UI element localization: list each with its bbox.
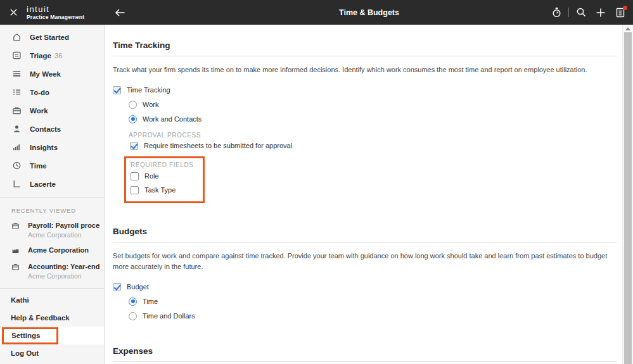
radio-label: Time and Dollars [143,312,195,320]
scrollbar-thumb[interactable] [624,32,632,364]
back-arrow-icon[interactable] [110,0,129,25]
sidebar-item-label: Time [30,162,47,170]
sidebar-item-label: My Week [30,70,61,78]
vertical-scrollbar[interactable] [622,25,633,364]
time-and-dollars-radio[interactable] [129,312,137,320]
sidebar-item-label: Lacerte [30,180,56,188]
work-radio[interactable] [129,101,137,109]
checkbox-label: Time Tracking [127,86,170,94]
recent-item-payroll[interactable]: Payroll: Payroll processin... Acme Corpo… [0,214,104,239]
notifications-notepad-icon[interactable] [613,0,628,25]
notification-badge [623,6,627,10]
my-week-lines-icon [11,69,22,79]
user-name-label: Kathi [11,296,29,304]
sidebar-item-label: Insights [30,144,58,151]
timer-icon[interactable] [549,0,564,25]
work-radio-row: Work [129,101,617,109]
header-divider [568,8,569,17]
settings-content: Time Tracking Track what your firm spend… [105,25,622,364]
recent-item-title: Acme Corporation [28,246,89,254]
sidebar-item-log-out[interactable]: Log Out [0,344,104,362]
section-description: Set budgets for work and compare against… [113,251,617,273]
checkbox-label: Require timesheets to be submitted for a… [144,142,292,149]
sidebar-item-user-kathi[interactable]: Kathi [0,291,104,309]
sidebar-item-label: To-do [30,89,49,96]
bar-chart-icon [11,142,22,153]
section-heading: Time Tracking [113,41,617,50]
header-actions [549,0,628,25]
sidebar-item-settings[interactable]: Settings [0,327,104,344]
radio-label: Work [143,101,158,108]
budget-checkbox[interactable] [113,283,121,291]
recent-item-subtitle: Acme Corporation [28,272,100,280]
lacerte-l-icon [11,179,22,189]
work-and-contacts-radio[interactable] [129,115,137,123]
scroll-up-triangle-icon [625,27,630,30]
sidebar-item-contacts[interactable]: Contacts [0,120,104,138]
time-tracking-checkbox[interactable] [113,86,121,94]
sidebar-footer: Kathi Help & Feedback Settings Log Out [0,291,104,362]
sidebar-nav: Get Started Triage 36 My Week To-do [0,25,104,193]
recent-item-subtitle: Acme Corporation [28,231,100,239]
sidebar-item-get-started[interactable]: Get Started [0,28,104,46]
intuit-logo: intuit Practice Management [27,5,84,20]
person-icon [11,124,22,134]
home-icon [11,32,22,42]
checkbox-label: Budget [127,283,149,291]
clock-icon [11,161,22,171]
radio-label: Time [143,298,158,305]
triage-note-icon [11,51,22,61]
task-type-checkbox-row: Task Type [131,186,194,194]
sidebar-item-label: Contacts [30,125,61,133]
role-checkbox[interactable] [131,172,139,180]
recently-viewed-heading: RECENTLY VIEWED [0,198,104,214]
sidebar-item-to-do[interactable]: To-do [0,83,104,101]
app-window: intuit Practice Management Time & Budget… [0,0,633,364]
recent-item-title: Payroll: Payroll processin... [28,222,100,229]
recent-item-acme[interactable]: Acme Corporation [0,239,104,255]
require-timesheets-checkbox[interactable] [130,142,138,150]
recent-item-title: Accounting: Year-end rev... [28,263,100,270]
sidebar-item-lacerte[interactable]: Lacerte [0,175,104,193]
search-icon[interactable] [573,0,589,25]
briefcase-icon [11,106,22,116]
recent-item-accounting[interactable]: Accounting: Year-end rev... Acme Corpora… [0,255,104,280]
sidebar-item-my-week[interactable]: My Week [0,65,104,83]
briefcase-icon [11,222,20,230]
sidebar-item-work[interactable]: Work [0,101,104,120]
brand-product-text: Practice Management [27,15,84,20]
checkbox-label: Task Type [144,186,176,194]
task-type-checkbox[interactable] [131,186,139,194]
section-expenses: Expenses Track expenses and other disbur… [113,346,617,364]
section-rule [113,242,617,242]
settings-highlight-box: Settings [2,327,58,344]
briefcase-icon [11,263,20,272]
sidebar-divider [0,288,104,289]
sidebar-item-insights[interactable]: Insights [0,138,104,156]
sidebar-item-label: Work [30,107,48,115]
section-rule [113,56,617,56]
sidebar: Get Started Triage 36 My Week To-do [0,25,105,364]
log-out-label: Log Out [11,349,39,357]
sidebar-item-time[interactable]: Time [0,156,104,175]
scroll-up-arrow[interactable] [623,25,633,32]
time-and-dollars-radio-row: Time and Dollars [129,312,617,320]
require-timesheets-checkbox-row: Require timesheets to be submitted for a… [130,142,617,150]
section-budgets: Budgets Set budgets for work and compare… [113,227,617,320]
sidebar-item-triage[interactable]: Triage 36 [0,46,104,65]
close-icon[interactable] [0,0,27,25]
section-heading: Budgets [113,227,617,236]
time-radio-row: Time [129,298,617,306]
settings-label: Settings [11,332,40,339]
sidebar-item-label: Get Started [30,34,69,41]
required-fields-label: REQUIRED FIELDS [131,161,194,168]
sidebar-item-help-feedback[interactable]: Help & Feedback [0,309,104,327]
checkbox-label: Role [144,172,159,180]
triage-count-badge: 36 [54,52,63,60]
work-and-contacts-radio-row: Work and Contacts [129,115,617,123]
approval-process-label: APPROVAL PROCESS [129,132,617,139]
role-checkbox-row: Role [131,172,194,180]
time-radio[interactable] [129,298,137,306]
required-fields-highlight-box: REQUIRED FIELDS Role Task Type [124,156,205,203]
add-icon[interactable] [593,0,608,25]
